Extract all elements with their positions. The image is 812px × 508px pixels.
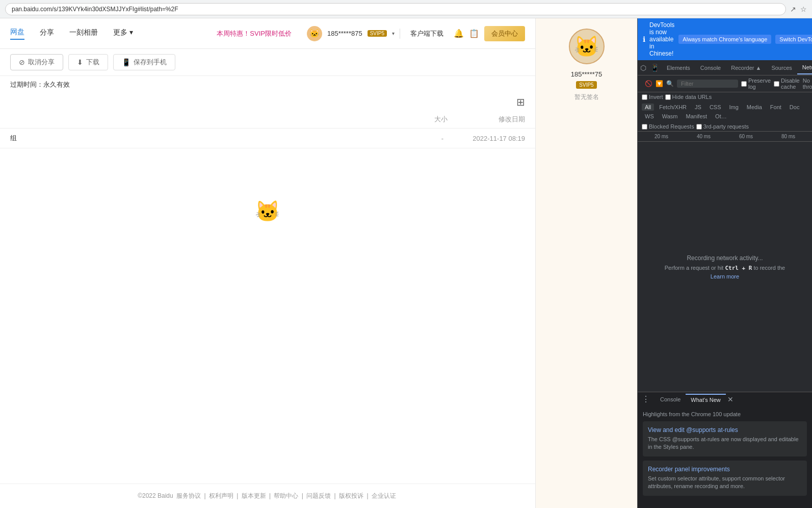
filter-tag-wasm[interactable]: Wasm xyxy=(659,113,681,120)
footer-link-copyright[interactable]: 版权投诉 xyxy=(339,492,363,499)
nav-tab-album[interactable]: 一刻相册 xyxy=(69,28,98,39)
cancel-share-label: 取消分享 xyxy=(28,58,55,67)
third-party-checkbox[interactable] xyxy=(696,124,702,130)
invert-text: Invert xyxy=(649,94,663,100)
divider xyxy=(400,29,400,39)
tab-elements[interactable]: Elements xyxy=(662,62,695,74)
expiry-info: 过期时间：永久有效 xyxy=(0,76,535,93)
whats-new-close-icon[interactable]: ✕ xyxy=(727,395,734,403)
bottom-tab-console[interactable]: Console xyxy=(655,394,686,404)
info-icon: ℹ xyxy=(643,35,645,43)
preserve-log-label[interactable]: Preserve log xyxy=(741,78,771,90)
devtools-network-area: Recording network activity... Perform a … xyxy=(638,142,812,392)
match-language-button[interactable]: Always match Chrome's language xyxy=(678,35,771,44)
hide-data-urls-text: Hide data URLs xyxy=(672,94,712,100)
footer-link-rights[interactable]: 权利声明 xyxy=(209,492,233,499)
inspect-icon[interactable]: ⬡ xyxy=(640,64,646,72)
console-card-0-title[interactable]: View and edit @supports at-rules xyxy=(648,426,802,434)
blocked-requests-label[interactable]: Blocked Requests xyxy=(642,123,694,130)
filter-tag-doc[interactable]: Doc xyxy=(787,104,803,111)
grid-view-icon[interactable]: ⊞ xyxy=(516,96,525,108)
loading-cat-icon: 🐱 xyxy=(255,199,280,223)
recording-text: Recording network activity... xyxy=(687,255,763,262)
file-size: - xyxy=(392,135,443,142)
device-icon[interactable]: 📱 xyxy=(650,64,659,72)
size-column-header: 大小 xyxy=(434,115,448,124)
modified-column-header: 修改日期 xyxy=(499,115,525,124)
devtools-filter-row: Invert Hide data URLs All Fetch/XHR JS C… xyxy=(638,92,812,132)
nav-tabs: 网盘 分享 一刻相册 更多 ▾ xyxy=(10,28,133,40)
footer-link-service[interactable]: 服务协议 xyxy=(176,492,201,499)
filter-tag-js[interactable]: JS xyxy=(692,104,704,111)
filter-tag-manifest[interactable]: Manifest xyxy=(683,113,711,120)
nav-tab-more[interactable]: 更多 ▾ xyxy=(113,28,133,39)
bell-icon[interactable]: 🔔 xyxy=(454,29,464,38)
tab-recorder[interactable]: Recorder ▲ xyxy=(726,62,766,74)
disable-cache-checkbox[interactable] xyxy=(774,81,779,87)
tab-sources[interactable]: Sources xyxy=(766,62,797,74)
svip-badge: SVIP5 xyxy=(368,30,387,37)
footer-link-help[interactable]: 帮助中心 xyxy=(274,492,298,499)
vip-center-button[interactable]: 会员中心 xyxy=(484,26,525,41)
cancel-share-button[interactable]: ⊘ 取消分享 xyxy=(10,54,63,70)
devtools-info-bar: ℹ DevTools is now available in Chinese! … xyxy=(638,18,812,60)
disable-cache-label[interactable]: Disable cache xyxy=(774,78,800,90)
filter-icon[interactable]: 🔽 xyxy=(656,80,663,87)
clipboard-icon[interactable]: 📋 xyxy=(469,29,479,38)
tab-network[interactable]: Network xyxy=(797,61,812,74)
bottom-tab-menu-icon[interactable]: ⋮ xyxy=(642,394,650,404)
filter-tag-all[interactable]: All xyxy=(642,104,654,111)
nav-tab-wangpan[interactable]: 网盘 xyxy=(10,28,24,40)
filter-tag-fetch[interactable]: Fetch/XHR xyxy=(656,104,690,111)
filter-tag-media[interactable]: Media xyxy=(744,104,765,111)
filter-tag-other[interactable]: Ot… xyxy=(712,113,730,120)
promo-link[interactable]: 本周特惠！SVIP限时低价 xyxy=(217,29,292,38)
filter-tag-css[interactable]: CSS xyxy=(706,104,724,111)
share-icon[interactable]: ↗ xyxy=(790,5,796,13)
filter-tag-img[interactable]: Img xyxy=(726,104,742,111)
filter-input[interactable] xyxy=(677,80,738,88)
preserve-log-checkbox[interactable] xyxy=(741,81,747,87)
clear-icon[interactable]: 🚫 xyxy=(645,80,652,87)
third-party-label[interactable]: 3rd-party requests xyxy=(696,123,749,130)
file-list-row[interactable]: 组 - 2022-11-17 08:19 xyxy=(0,129,535,148)
invert-label[interactable]: Invert xyxy=(642,94,663,100)
nav-tab-share[interactable]: 分享 xyxy=(40,28,54,39)
username: 185*****875 xyxy=(327,30,362,37)
learn-more-link[interactable]: Learn more xyxy=(711,273,739,280)
bottom-tab-whats-new[interactable]: What's New xyxy=(686,394,725,405)
hide-data-urls-label[interactable]: Hide data URLs xyxy=(665,94,712,100)
footer-link-enterprise[interactable]: 企业认证 xyxy=(372,492,396,499)
user-card-svip-badge: SVIP5 xyxy=(576,81,596,89)
devtools-console-area: Highlights from the Chrome 100 update Vi… xyxy=(638,406,812,508)
bookmark-icon[interactable]: ☆ xyxy=(800,5,807,13)
devtools-tab-bar: ⬡ 📱 Elements Console Recorder ▲ Sources … xyxy=(638,60,812,75)
timeline-20ms: 20 ms xyxy=(640,134,683,139)
search-icon[interactable]: 🔍 xyxy=(666,80,674,87)
user-area: 🐱 185*****875 SVIP5 ▾ 客户端下载 🔔 📋 会员中心 xyxy=(307,26,525,41)
console-card-1-title[interactable]: Recorder panel improvements xyxy=(648,466,802,473)
tab-console[interactable]: Console xyxy=(695,62,726,74)
footer-link-feedback[interactable]: 问题反馈 xyxy=(306,492,331,499)
timeline-40ms: 40 ms xyxy=(683,134,725,139)
baidu-header: 网盘 分享 一刻相册 更多 ▾ 本周特惠！SVIP限时低价 🐱 185*****… xyxy=(0,18,535,49)
devtools-toolbar: 🚫 🔽 🔍 Preserve log Disable cache No thro… xyxy=(638,75,812,92)
baidu-page: 网盘 分享 一刻相册 更多 ▾ 本周特惠！SVIP限时低价 🐱 185*****… xyxy=(0,18,535,508)
third-party-text: 3rd-party requests xyxy=(703,123,749,130)
blocked-requests-checkbox[interactable] xyxy=(642,124,647,130)
switch-language-button[interactable]: Switch DevTools to Chinese xyxy=(775,35,812,44)
user-dropdown-icon[interactable]: ▾ xyxy=(392,31,395,36)
disable-cache-text: Disable cache xyxy=(781,78,800,90)
no-throttling-text: No throttling xyxy=(803,78,812,90)
invert-checkbox[interactable] xyxy=(642,94,647,100)
address-bar[interactable]: pan.baidu.com/s/139KVYk4in30dXSMJJYxFIg#… xyxy=(5,3,786,15)
client-download-btn[interactable]: 客户端下载 xyxy=(405,29,449,38)
baidu-toolbar: ⊘ 取消分享 ⬇ 下载 📱 保存到手机 xyxy=(0,49,535,76)
save-to-phone-button[interactable]: 📱 保存到手机 xyxy=(113,54,175,70)
filter-tag-ws[interactable]: WS xyxy=(642,113,657,120)
hide-data-urls-checkbox[interactable] xyxy=(665,94,671,100)
filter-tag-font[interactable]: Font xyxy=(767,104,784,111)
grid-icon-area: ⊞ xyxy=(0,93,535,111)
download-button[interactable]: ⬇ 下载 xyxy=(68,54,108,70)
footer-link-update[interactable]: 版本更新 xyxy=(242,492,266,499)
